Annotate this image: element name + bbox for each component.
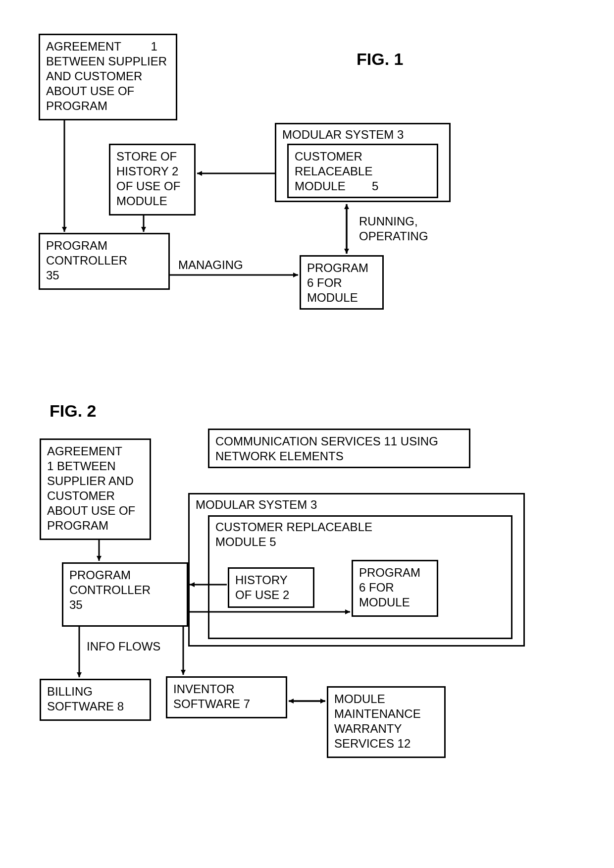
fig1-store-box: STORE OF HISTORY 2 OF USE OF MODULE [109,144,196,216]
fig2-crm-label: CUSTOMER REPLACEABLE MODULE 5 [215,520,505,549]
fig1-modular-system-label: MODULAR SYSTEM 3 [282,127,443,142]
fig1-controller-box: PROGRAM CONTROLLER 35 [39,233,170,290]
fig2-billing-box: BILLING SOFTWARE 8 [40,679,151,721]
fig2-program6-box: PROGRAM 6 FOR MODULE [352,560,438,617]
fig2-maint-box: MODULE MAINTENANCE WARRANTY SERVICES 12 [327,686,446,758]
fig2-infoflows-label: INFO FLOWS [87,639,160,654]
fig2-comm-box: COMMUNICATION SERVICES 11 USING NETWORK … [208,429,470,468]
fig1-title: FIG. 1 [357,50,403,69]
fig2-history-box: HISTORY OF USE 2 [228,567,314,608]
fig2-agreement-box: AGREEMENT 1 BETWEEN SUPPLIER AND CUSTOME… [40,438,151,540]
fig2-modular-system-label: MODULAR SYSTEM 3 [196,497,517,512]
fig2-controller-box: PROGRAM CONTROLLER 35 [62,562,188,627]
diagram-page: FIG. 1 AGREEMENT 1 BETWEEN SUPPLIER AND … [0,0,614,868]
fig1-crm-box: CUSTOMER RELACEABLE MODULE 5 [287,144,438,198]
fig2-title: FIG. 2 [50,401,96,421]
fig1-agreement-box: AGREEMENT 1 BETWEEN SUPPLIER AND CUSTOME… [39,34,177,120]
fig2-inventor-box: INVENTOR SOFTWARE 7 [166,676,287,718]
fig1-running-label: RUNNING, OPERATING [359,214,428,244]
fig1-managing-label: MANAGING [178,258,243,272]
fig1-program6-box: PROGRAM 6 FOR MODULE [300,255,384,310]
